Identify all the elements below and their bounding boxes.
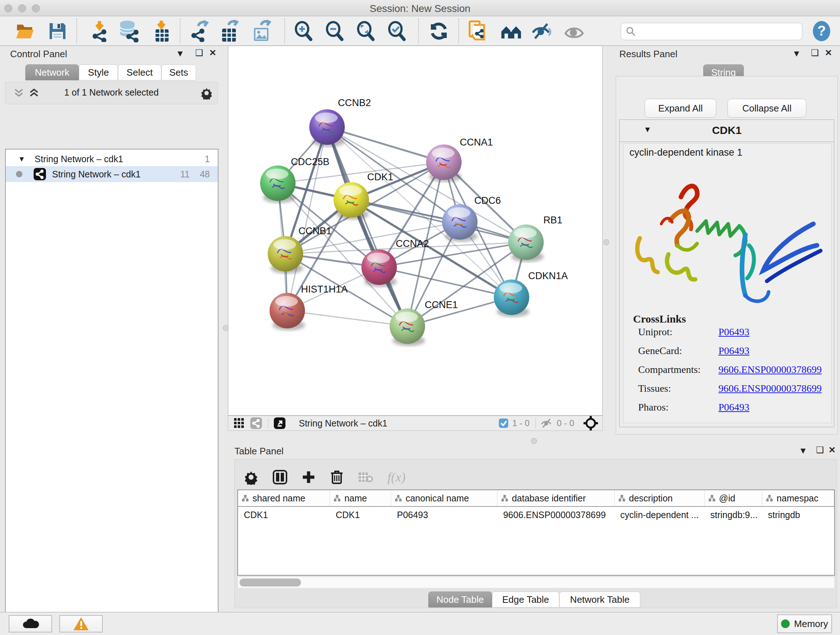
tab-network-table[interactable]: Network Table bbox=[559, 592, 640, 608]
results-panel-close-button[interactable]: ✕ bbox=[825, 48, 832, 58]
apply-layout-button[interactable] bbox=[428, 20, 450, 42]
column-header[interactable]: name bbox=[330, 490, 391, 506]
network-collection-row[interactable]: ▼ String Network – cdk1 1 bbox=[6, 152, 218, 166]
search-input[interactable] bbox=[636, 26, 802, 37]
protein-section-header[interactable]: ▼ CDK1 bbox=[620, 120, 834, 142]
detach-view-button[interactable] bbox=[273, 417, 286, 429]
tab-style[interactable]: Style bbox=[79, 65, 118, 80]
tab-edge-table[interactable]: Edge Table bbox=[492, 592, 559, 608]
column-type-icon bbox=[242, 494, 249, 502]
network-edge[interactable] bbox=[327, 127, 444, 162]
zoom-in-button[interactable] bbox=[292, 20, 315, 42]
column-header[interactable]: description bbox=[615, 490, 705, 506]
tab-sets[interactable]: Sets bbox=[161, 65, 196, 80]
hide-selected-button[interactable] bbox=[531, 20, 553, 42]
export-table-button[interactable] bbox=[218, 20, 241, 42]
network-node[interactable]: CDC6 bbox=[442, 195, 501, 242]
bottom-splitter-handle[interactable] bbox=[531, 438, 537, 444]
toolbar-separator bbox=[284, 19, 285, 43]
table-panel-float-button[interactable]: ❑ bbox=[816, 445, 824, 455]
grid-icon bbox=[233, 417, 245, 429]
network-node[interactable]: HIST1H1A bbox=[270, 284, 347, 331]
hidden-counts: 0 - 0 bbox=[557, 418, 574, 428]
crosslink-value: 9606.ENSP00000378699 bbox=[718, 364, 821, 375]
network-options-gear-icon[interactable] bbox=[200, 87, 213, 100]
import-table-button[interactable] bbox=[150, 20, 172, 42]
column-type-icon bbox=[766, 494, 773, 502]
show-columns-icon[interactable] bbox=[272, 470, 287, 485]
warnings-button[interactable] bbox=[59, 615, 103, 632]
export-network-icon bbox=[189, 20, 210, 42]
table-body: CDK1CDK1P064939606.ENSP00000378699cyclin… bbox=[238, 507, 834, 520]
hscrollbar-thumb[interactable] bbox=[240, 578, 301, 586]
zoom-fit-button[interactable] bbox=[355, 20, 377, 42]
table-row[interactable]: CDK1CDK1P064939606.ENSP00000378699cyclin… bbox=[238, 507, 834, 520]
control-panel-menu-button[interactable]: ▼ bbox=[176, 49, 185, 59]
delete-column-trash-icon[interactable] bbox=[330, 470, 344, 485]
help-button[interactable]: ? bbox=[810, 20, 833, 42]
node-label: CDKN1A bbox=[528, 271, 568, 281]
tab-node-table[interactable]: Node Table bbox=[428, 592, 492, 608]
collection-expander-icon[interactable]: ▼ bbox=[18, 155, 25, 163]
crosslink-link[interactable]: 9606.ENSP00000378699 bbox=[718, 364, 821, 375]
open-session-button[interactable] bbox=[14, 20, 36, 42]
add-column-icon[interactable] bbox=[302, 470, 316, 485]
column-type-icon bbox=[395, 494, 402, 502]
column-header[interactable]: database identifier bbox=[497, 490, 615, 506]
network-row[interactable]: String Network – cdk1 11 48 bbox=[6, 166, 218, 182]
network-node[interactable]: RB1 bbox=[508, 215, 562, 262]
results-panel-float-button[interactable]: ❑ bbox=[811, 48, 819, 58]
table-panel-close-button[interactable]: ✕ bbox=[829, 445, 836, 455]
hidden-eye-slash-icon[interactable] bbox=[540, 418, 553, 429]
zoom-out-button[interactable] bbox=[324, 20, 346, 42]
duplicate-network-button[interactable] bbox=[467, 20, 489, 42]
center-view-crosshair-icon[interactable] bbox=[583, 415, 599, 431]
show-all-networks-button[interactable] bbox=[500, 20, 523, 42]
network-node[interactable]: CCNB2 bbox=[309, 97, 371, 147]
export-image-button[interactable] bbox=[250, 20, 273, 42]
table-settings-gear-icon[interactable] bbox=[243, 470, 259, 485]
crosslink-link[interactable]: 9606.ENSP00000378699 bbox=[718, 383, 821, 394]
column-header[interactable]: shared name bbox=[238, 490, 330, 506]
network-node[interactable]: CDK1 bbox=[333, 172, 393, 220]
crosslink-link[interactable]: P06493 bbox=[718, 402, 750, 413]
cloud-button[interactable] bbox=[9, 615, 52, 632]
network-node[interactable]: CCNA1 bbox=[426, 137, 493, 182]
birds-eye-grid-button[interactable] bbox=[233, 417, 245, 429]
tab-network[interactable]: Network bbox=[25, 65, 79, 80]
table-panel-menu-button[interactable]: ▼ bbox=[799, 446, 807, 456]
column-header[interactable]: @id bbox=[705, 490, 762, 506]
search-box bbox=[621, 23, 802, 40]
crosslink-link[interactable]: P06493 bbox=[718, 345, 750, 356]
network-edge[interactable] bbox=[287, 310, 407, 326]
crosslink-link[interactable]: P06493 bbox=[718, 326, 750, 337]
column-header[interactable]: namespac bbox=[762, 490, 834, 506]
network-overview-button[interactable] bbox=[250, 417, 262, 429]
table-cell: CDK1 bbox=[330, 507, 391, 520]
right-splitter-handle[interactable] bbox=[603, 239, 609, 245]
results-panel-menu-button[interactable]: ▼ bbox=[792, 49, 801, 59]
save-session-button[interactable] bbox=[46, 20, 69, 42]
network-node[interactable]: CDKN1A bbox=[494, 271, 568, 317]
tab-select[interactable]: Select bbox=[118, 65, 161, 80]
show-hidden-button[interactable] bbox=[563, 20, 585, 42]
left-splitter-handle[interactable] bbox=[223, 325, 229, 331]
collapse-all-button[interactable]: Collapse All bbox=[728, 99, 806, 118]
import-network-database-button[interactable] bbox=[118, 20, 141, 42]
string-network-graph[interactable]: CCNB2 CCNA1 CDC25B bbox=[228, 46, 602, 415]
memory-button[interactable]: Memory bbox=[777, 614, 832, 633]
import-network-file-button[interactable] bbox=[88, 20, 111, 42]
selected-checkbox-icon[interactable] bbox=[499, 418, 508, 428]
control-panel-close-button[interactable]: ✕ bbox=[209, 48, 216, 58]
zoom-fit-icon bbox=[355, 21, 376, 41]
network-edge[interactable] bbox=[379, 267, 512, 297]
export-network-button[interactable] bbox=[189, 20, 211, 42]
column-header[interactable]: canonical name bbox=[391, 490, 497, 506]
zoom-selected-button[interactable] bbox=[386, 20, 408, 42]
share-icon bbox=[250, 417, 262, 429]
control-panel-float-button[interactable]: ❑ bbox=[195, 48, 203, 58]
export-image-icon bbox=[251, 20, 272, 42]
expand-all-button[interactable]: Expand All bbox=[645, 99, 716, 118]
network-canvas[interactable]: CCNB2 CCNA1 CDC25B bbox=[228, 46, 603, 416]
table-hscrollbar[interactable] bbox=[238, 577, 834, 588]
